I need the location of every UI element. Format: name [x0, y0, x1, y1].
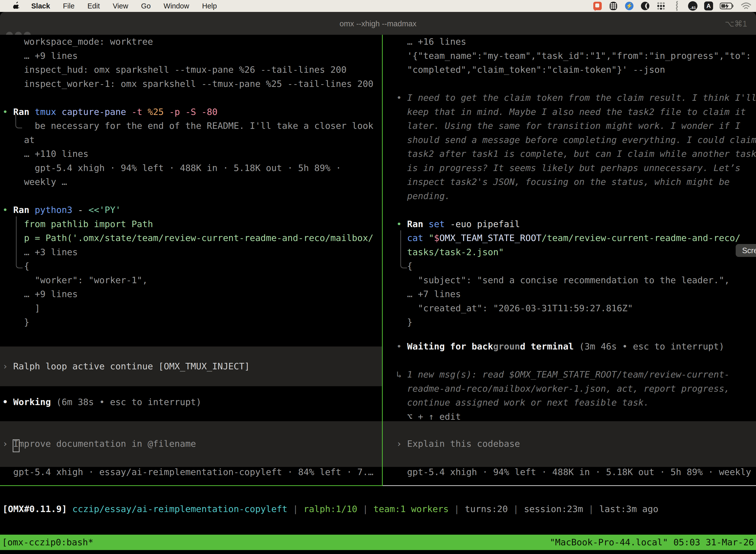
- prompt-chevron: ›: [2, 439, 13, 449]
- terminal-line: "worker": "worker-1",: [2, 273, 374, 287]
- omx-hud-line: [OMX#0.11.9] cczip/essay/ai-reimplementa…: [2, 502, 658, 516]
- text-cursor: I: [13, 439, 19, 449]
- menu-item-window[interactable]: Window: [164, 2, 189, 10]
- session-status-right: gpt-5.4 xhigh · 94% left · 488K in · 5.1…: [396, 465, 756, 479]
- terminal-pane-left: workspace_mode: worktree … +9 lines insp…: [2, 35, 374, 329]
- terminal-line: [396, 77, 756, 91]
- terminal-line: • Ran python3 - <<'PY': [2, 203, 374, 217]
- terminal-line: gpt-5.4 xhigh · 94% left · 488K in · 5.1…: [2, 161, 374, 175]
- terminal-line: … +9 lines: [2, 49, 374, 63]
- terminal-line: from pathlib import Path: [2, 217, 374, 231]
- terminal-line: ]: [2, 301, 374, 316]
- terminal-line: inspect_worker-1: omx sparkshell --tmux-…: [2, 77, 374, 91]
- terminal-line: {: [396, 259, 756, 273]
- terminal-line: • Ran set -euo pipefail: [396, 217, 756, 231]
- terminal-line: keep that in mind. Maybe I also need the…: [396, 105, 756, 119]
- tmux-host-clock: "MacBook-Pro-44.local" 05:03 31-Mar-26: [550, 535, 754, 550]
- terminal-line: [OMX#0.11.9] cczip/essay/ai-reimplementa…: [2, 502, 658, 516]
- ralph-loop-banner: › Ralph loop active continue [OMX_TMUX_I…: [0, 346, 382, 386]
- terminal-line: "created_at": "2026-03-31T11:59:27.816Z": [396, 301, 756, 316]
- window-shortcut-hint: ⌥⌘1: [725, 12, 747, 35]
- prompt-input-right[interactable]: › Explain this codebase: [383, 421, 756, 467]
- terminal-line: weekly …: [2, 175, 374, 189]
- terminal-line: gpt-5.4 xhigh · essay/ai-reimplementatio…: [2, 465, 374, 479]
- menu-bar: SlackFileEditViewGoWindowHelp ⚡: [0, 0, 756, 12]
- terminal-line: • Ran tmux capture-pane -t %25 -p -S -80: [2, 105, 374, 119]
- pane-border-bottom-left: [0, 485, 383, 486]
- squiggle-icon[interactable]: [672, 1, 682, 11]
- terminal-line: gpt-5.4 xhigh · 94% left · 488K in · 5.1…: [396, 465, 756, 479]
- battery-icon[interactable]: [720, 1, 734, 11]
- terminal: workspace_mode: worktree … +9 lines insp…: [0, 35, 756, 554]
- terminal-line: … +7 lines: [396, 287, 756, 301]
- prompt-input-left[interactable]: › Improve documentation in @filename: [0, 421, 382, 467]
- terminal-line: '{"team_name":"my-team","task_id":"1","f…: [396, 49, 756, 63]
- terminal-line: pending.: [396, 189, 756, 203]
- pane-divider[interactable]: [382, 35, 383, 486]
- terminal-line: tasks/task-2.json": [396, 245, 756, 259]
- window-title: omx --xhigh --madmax: [0, 12, 756, 35]
- terminal-line: later. Using the same for transition mig…: [396, 119, 756, 133]
- terminal-line: continue assigned work or next feasible …: [396, 396, 730, 410]
- terminal-line: is in progress? It seems likely but perh…: [396, 161, 756, 175]
- assistant-a-icon[interactable]: A: [704, 1, 713, 11]
- terminal-line: • I need to get the claim token from the…: [396, 91, 756, 105]
- working-status: • Working (6m 38s • esc to interrupt): [2, 395, 201, 409]
- screen: SlackFileEditViewGoWindowHelp ⚡: [0, 0, 756, 554]
- moon-circle-icon[interactable]: [640, 1, 650, 11]
- terminal-line: "subject": "send a concise recommendatio…: [396, 273, 756, 287]
- terminal-line: readme-and-reco/mailbox/worker-1.json, a…: [396, 382, 730, 396]
- terminal-line: should send a message before completing …: [396, 133, 756, 147]
- menu-items: SlackFileEditViewGoWindowHelp: [31, 2, 217, 10]
- menu-item-file[interactable]: File: [63, 2, 75, 10]
- input-placeholder: mprove documentation in @filename: [19, 439, 196, 449]
- terminal-line: [2, 91, 374, 105]
- terminal-line: [396, 203, 756, 217]
- tmux-session-window[interactable]: [omx-cczip0:bash*: [2, 535, 93, 550]
- menu-item-view[interactable]: View: [113, 2, 128, 10]
- chat-app-icon[interactable]: [593, 1, 602, 11]
- output-guide-line: [15, 115, 22, 128]
- terminal-line: task2 after task1 is complete, but can I…: [396, 147, 756, 161]
- bolt-circle-icon[interactable]: ⚡: [625, 1, 634, 11]
- terminal-line: • Working (6m 38s • esc to interrupt): [2, 395, 201, 409]
- input-placeholder: Explain this codebase: [407, 439, 520, 449]
- terminal-line: … +3 lines: [2, 245, 374, 259]
- window-title-bar: omx --xhigh --madmax ⌥⌘1: [0, 12, 756, 35]
- apple-menu-icon[interactable]: [13, 1, 20, 10]
- mailbox-message: ↳ 1 new msg(s): read $OMX_TEAM_STATE_ROO…: [396, 368, 730, 424]
- wifi-icon[interactable]: [741, 1, 752, 11]
- terminal-line: }: [2, 315, 374, 329]
- tmux-status-bar: [omx-cczip0:bash* "MacBook-Pro-44.local"…: [0, 535, 756, 550]
- menubar-status-icons: ⚡ ..61: [593, 1, 752, 11]
- prompt-chevron: ›: [396, 439, 407, 449]
- terminal-line: ↳ 1 new msg(s): read $OMX_TEAM_STATE_ROO…: [396, 368, 730, 382]
- menu-item-slack[interactable]: Slack: [31, 2, 50, 10]
- terminal-line: … +16 lines: [396, 35, 756, 49]
- terminal-line: at: [2, 133, 374, 147]
- terminal-line: }: [396, 315, 756, 329]
- menu-item-edit[interactable]: Edit: [87, 2, 100, 10]
- terminal-line: inspect_hud: omx sparkshell --tmux-pane …: [2, 63, 374, 77]
- terminal-line: {: [2, 259, 374, 273]
- terminal-line: [2, 189, 374, 203]
- badge-61-icon[interactable]: ..61: [688, 1, 697, 11]
- dots-grid-icon[interactable]: [656, 1, 666, 11]
- terminal-line: inspect task2's JSON, focusing on the st…: [396, 175, 756, 189]
- terminal-pane-right: … +16 lines '{"team_name":"my-team","tas…: [396, 35, 756, 329]
- waiting-status: • Waiting for background terminal (3m 46…: [396, 340, 724, 354]
- menu-item-help[interactable]: Help: [202, 2, 217, 10]
- shield-grid-icon[interactable]: [609, 1, 618, 11]
- terminal-line: workspace_mode: worktree: [2, 35, 374, 49]
- terminal-line: be necessary for the end of the README. …: [2, 119, 374, 133]
- terminal-line: "completed","claim_token":"claim-token"}…: [396, 63, 756, 77]
- screen-tooltip: Scre: [736, 244, 756, 257]
- pane-border-bottom-right: [383, 485, 756, 486]
- terminal-line: … +9 lines: [2, 287, 374, 301]
- session-status-left: gpt-5.4 xhigh · essay/ai-reimplementatio…: [2, 465, 374, 479]
- terminal-line: › Ralph loop active continue [OMX_TMUX_I…: [2, 359, 382, 374]
- terminal-line: cat "$OMX_TEAM_STATE_ROOT/team/review-cu…: [396, 231, 756, 245]
- terminal-line: … +110 lines: [2, 147, 374, 161]
- menu-item-go[interactable]: Go: [141, 2, 151, 10]
- output-guide-line: [16, 216, 22, 268]
